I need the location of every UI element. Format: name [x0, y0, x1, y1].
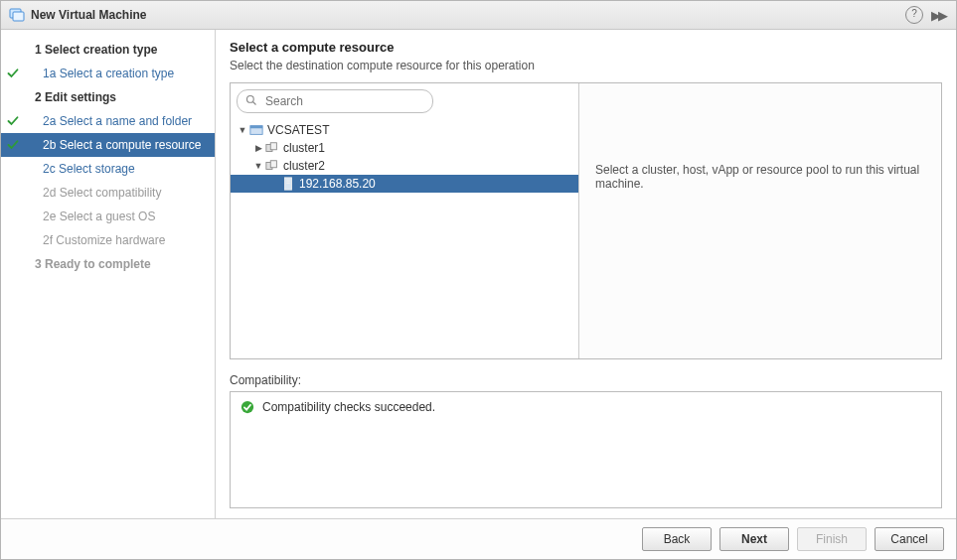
search-input[interactable] — [263, 93, 424, 109]
step-2b[interactable]: 2b Select a compute resource — [1, 133, 215, 157]
step-2a[interactable]: 2a Select a name and folder — [1, 109, 215, 133]
step-2c[interactable]: 2c Select storage — [1, 157, 215, 181]
svg-rect-5 — [250, 126, 262, 129]
next-button[interactable]: Next — [719, 527, 789, 551]
back-button[interactable]: Back — [642, 527, 712, 551]
success-icon — [240, 400, 254, 414]
tree-node-datacenter[interactable]: ▼ VCSATEST — [231, 121, 578, 139]
expand-toggle[interactable]: ▶ — [252, 143, 264, 153]
resource-picker: ▼ VCSATEST ▶ cluster1 — [230, 82, 942, 359]
tree-node-label: cluster2 — [283, 159, 325, 173]
cluster-icon — [264, 140, 280, 156]
compatibility-label: Compatibility: — [230, 373, 942, 387]
svg-rect-12 — [286, 181, 290, 182]
step-title: Select a compute resource — [230, 40, 942, 55]
svg-rect-11 — [286, 180, 290, 181]
svg-line-3 — [253, 101, 256, 104]
hint-text: Select a cluster, host, vApp or resource… — [595, 163, 919, 191]
resource-tree[interactable]: ▼ VCSATEST ▶ cluster1 — [231, 119, 578, 358]
step-2[interactable]: 2 Edit settings — [1, 85, 215, 109]
host-icon — [280, 176, 296, 192]
vm-icon — [9, 7, 25, 23]
compatibility-box: Compatibility checks succeeded. — [230, 391, 942, 508]
cancel-button[interactable]: Cancel — [875, 527, 944, 551]
step-2e: 2e Select a guest OS — [1, 205, 215, 228]
hint-panel: Select a cluster, host, vApp or resource… — [579, 83, 941, 358]
tree-node-label: cluster1 — [283, 141, 325, 155]
check-icon — [7, 139, 19, 151]
search-icon — [245, 94, 257, 109]
finish-button: Finish — [797, 527, 867, 551]
svg-point-14 — [241, 401, 253, 413]
collapse-toggle[interactable]: ▼ — [237, 125, 248, 135]
expand-icon[interactable]: ▶▶ — [931, 8, 948, 23]
collapse-toggle[interactable]: ▼ — [252, 161, 264, 171]
step-3: 3 Ready to complete — [1, 252, 215, 276]
compatibility-section: Compatibility: Compatibility checks succ… — [230, 373, 942, 508]
wizard-footer: Back Next Finish Cancel — [1, 518, 956, 559]
check-icon — [7, 115, 19, 127]
wizard-window: New Virtual Machine ? ▶▶ 1 Select creati… — [0, 0, 957, 560]
window-title: New Virtual Machine — [31, 8, 905, 22]
step-1[interactable]: 1 Select creation type — [1, 38, 215, 62]
step-2f: 2f Customize hardware — [1, 228, 215, 252]
svg-rect-13 — [286, 183, 290, 184]
cluster-icon — [264, 158, 280, 174]
main-content: Select a compute resource Select the des… — [216, 30, 956, 518]
title-bar: New Virtual Machine ? ▶▶ — [1, 1, 956, 30]
tree-node-cluster[interactable]: ▶ cluster1 — [231, 139, 578, 157]
svg-rect-1 — [13, 12, 24, 21]
svg-rect-9 — [270, 161, 276, 168]
tree-node-label: VCSATEST — [267, 123, 329, 137]
step-subtitle: Select the destination compute resource … — [230, 59, 942, 72]
tree-panel: ▼ VCSATEST ▶ cluster1 — [231, 83, 579, 358]
search-box[interactable] — [237, 89, 433, 113]
help-icon[interactable]: ? — [905, 6, 923, 24]
tree-node-label: 192.168.85.20 — [299, 177, 376, 191]
svg-point-2 — [247, 95, 254, 102]
step-1a[interactable]: 1a Select a creation type — [1, 62, 215, 85]
tree-node-cluster[interactable]: ▼ cluster2 — [231, 157, 578, 175]
compatibility-message: Compatibility checks succeeded. — [262, 400, 435, 414]
svg-rect-7 — [270, 143, 276, 150]
step-header: Select a compute resource Select the des… — [230, 40, 942, 82]
datacenter-icon — [248, 122, 264, 138]
wizard-body: 1 Select creation type 1a Select a creat… — [1, 30, 956, 518]
compatibility-result: Compatibility checks succeeded. — [240, 400, 931, 414]
wizard-steps: 1 Select creation type 1a Select a creat… — [1, 30, 216, 518]
step-2d: 2d Select compatibility — [1, 181, 215, 205]
tree-node-host[interactable]: 192.168.85.20 — [231, 175, 578, 193]
check-icon — [7, 68, 19, 79]
